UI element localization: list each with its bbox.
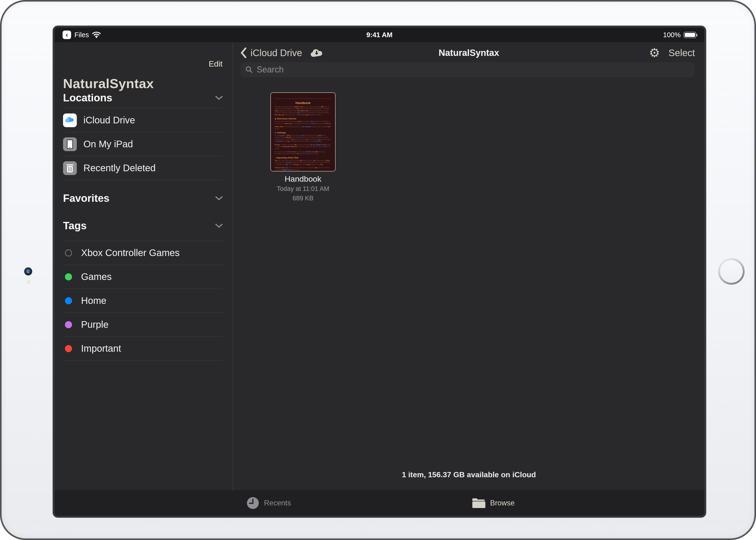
chevron-down-icon — [215, 223, 223, 228]
tab-recents-label: Recents — [264, 499, 291, 507]
edit-button[interactable]: Edit — [209, 59, 223, 68]
sidebar-item-on-my-ipad[interactable]: On My iPad — [63, 132, 223, 156]
sidebar-item-icloud-drive[interactable]: iCloud Drive — [63, 108, 223, 132]
thumb-p: Note: some of the customization options … — [275, 151, 331, 155]
thumb-rule — [275, 98, 331, 99]
tag-circle-icon — [65, 249, 72, 256]
thumb-p: Pro tip: If you only have your ePub file… — [275, 167, 331, 171]
thumb-p: You can import your own ePub files into … — [275, 160, 331, 166]
search-input[interactable] — [257, 65, 690, 74]
tag-circle-icon — [65, 297, 72, 304]
sidebar-app-title: NaturalSyntax — [63, 76, 154, 91]
file-item-handbook[interactable]: HandbookWelcome to Natural Syntax, withi… — [271, 92, 336, 202]
ipad-frame: ‹ Files 9:41 AM 100% — [0, 0, 756, 540]
clock-time: 9:41 AM — [55, 31, 704, 39]
trash-icon — [63, 161, 77, 175]
screen: ‹ Files 9:41 AM 100% — [53, 26, 706, 518]
home-button[interactable] — [718, 258, 745, 285]
status-bar: ‹ Files 9:41 AM 100% — [55, 28, 704, 42]
battery-icon — [683, 32, 696, 38]
sidebar-item-recently-deleted[interactable]: Recently Deleted — [63, 156, 223, 180]
icloud-drive-icon — [63, 113, 77, 127]
favorites-section-header[interactable]: Favorites — [63, 192, 223, 204]
ambient-sensor — [27, 280, 30, 284]
search-icon — [245, 66, 253, 73]
thumb-heading-icon: ↓ — [275, 157, 276, 159]
file-browser-pane: iCloud Drive NaturalSyntax ⚙ Select — [234, 42, 704, 490]
camera-lens-icon — [26, 269, 31, 274]
search-bar[interactable] — [241, 62, 695, 77]
file-size: 689 KB — [271, 195, 336, 202]
tab-bar: Recents Browse — [55, 490, 704, 516]
navigation-bar: iCloud Drive NaturalSyntax ⚙ Select — [234, 44, 704, 62]
thumb-title: Handbook — [275, 101, 331, 105]
tab-recents[interactable]: Recents — [247, 490, 291, 516]
sidebar-item-label: Recently Deleted — [84, 163, 156, 173]
camera-glint — [28, 272, 29, 273]
tags-heading: Tags — [63, 220, 87, 232]
tag-label: Games — [81, 271, 111, 282]
tags-list: Xbox Controller Games Games Home Pu — [63, 241, 223, 361]
handbook-thumbnail-doc: HandbookWelcome to Natural Syntax, withi… — [275, 98, 331, 172]
page: ‹ Files 9:41 AM 100% — [0, 0, 756, 540]
thumb-h: ◆Discovery Service — [275, 117, 331, 120]
sidebar: Edit NaturalSyntax Locations — [55, 42, 233, 490]
sidebar-item-label: iCloud Drive — [84, 115, 135, 126]
favorites-heading: Favorites — [63, 192, 109, 204]
file-modified: Today at 11:01 AM — [271, 185, 336, 193]
tag-circle-icon — [65, 345, 72, 352]
select-button[interactable]: Select — [668, 48, 695, 58]
folder-icon — [472, 497, 485, 509]
sidebar-item-label: On My iPad — [84, 139, 133, 149]
page-title: NaturalSyntax — [234, 44, 704, 62]
chevron-down-icon — [215, 196, 223, 201]
tags-section-header[interactable]: Tags — [63, 220, 223, 232]
tag-circle-icon — [65, 273, 72, 280]
thumb-p: At the top right of both the file browse… — [275, 135, 331, 143]
locations-heading: Locations — [63, 92, 112, 104]
tag-item-xbox-controller-games[interactable]: Xbox Controller Games — [63, 241, 223, 265]
battery-percent: 100% — [663, 31, 681, 39]
thumb-h: ⚙Settings — [275, 131, 331, 134]
thumb-p: Pro tip: a number of people like to setu… — [275, 144, 331, 150]
clock-icon — [247, 497, 259, 509]
tag-label: Xbox Controller Games — [81, 247, 180, 258]
thumb-h: ↓Importing ePub Files — [275, 156, 331, 159]
ipad-device-icon — [63, 137, 77, 151]
locations-section-header[interactable]: Locations — [63, 92, 223, 104]
tag-item-games[interactable]: Games — [63, 265, 223, 289]
thumb-heading-icon: ⚙ — [275, 132, 276, 134]
tab-browse-label: Browse — [490, 499, 514, 507]
tag-label: Home — [81, 295, 106, 306]
thumb-p: At the top left of the file browser, you… — [275, 121, 331, 125]
file-name: Handbook — [271, 174, 336, 184]
tag-label: Purple — [81, 319, 108, 330]
thumb-p: Please Note: The Discovery Service is on… — [275, 126, 331, 130]
tag-circle-icon — [65, 321, 72, 328]
tag-item-purple[interactable]: Purple — [63, 313, 223, 337]
front-camera — [24, 267, 32, 275]
settings-gear-icon[interactable]: ⚙ — [649, 47, 660, 59]
tag-label: Important — [81, 343, 121, 354]
tag-item-home[interactable]: Home — [63, 289, 223, 313]
chevron-down-icon — [215, 95, 223, 100]
tag-item-important[interactable]: Important — [63, 337, 223, 361]
locations-list: iCloud Drive On My iPad — [63, 108, 223, 180]
handbook-thumbnail[interactable]: HandbookWelcome to Natural Syntax, withi… — [271, 92, 336, 172]
tab-browse[interactable]: Browse — [472, 490, 514, 516]
item-count-status: 1 item, 156.37 GB available on iCloud — [234, 471, 704, 479]
thumb-p: Welcome to Natural Syntax, within it you… — [275, 106, 331, 116]
thumb-heading-icon: ◆ — [275, 118, 276, 120]
